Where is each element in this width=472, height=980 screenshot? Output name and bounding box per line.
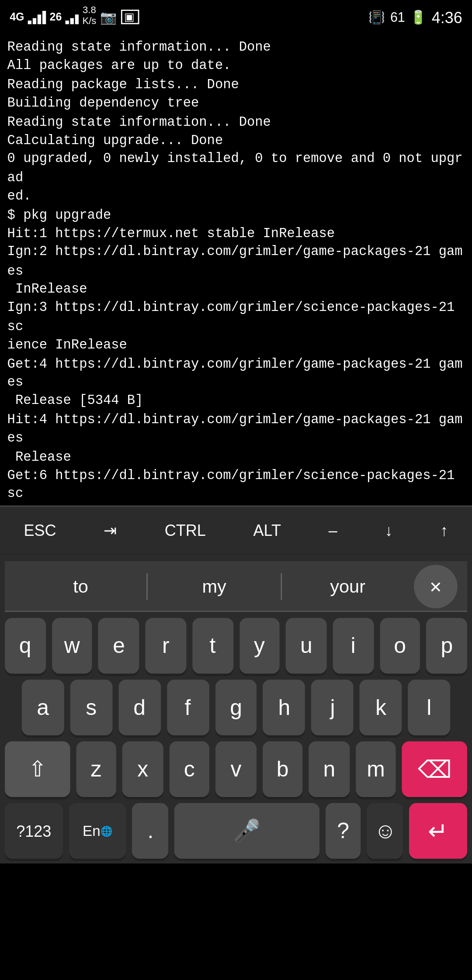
- key-i[interactable]: i: [333, 618, 373, 673]
- key-b[interactable]: b: [262, 742, 303, 797]
- time-display: 4:36: [432, 8, 462, 26]
- vibrate-icon: 📳: [368, 9, 385, 25]
- screen-record-icon: ▣: [121, 10, 139, 24]
- terminal-line: InRelease: [7, 281, 465, 300]
- key-c[interactable]: c: [169, 742, 210, 797]
- key-f[interactable]: f: [167, 680, 209, 735]
- battery-text: 61: [390, 10, 405, 24]
- key-z[interactable]: z: [76, 742, 116, 797]
- terminal-line: All packages are up to date.: [7, 57, 465, 76]
- key-period[interactable]: .: [132, 803, 169, 859]
- terminal-line: Get:6 https://dl.bintray.com/grimler/sci…: [7, 467, 465, 504]
- key-d[interactable]: d: [118, 680, 161, 735]
- terminal-line: Release: [7, 448, 465, 467]
- key-esc[interactable]: ESC: [14, 516, 66, 544]
- keyboard: to my your ✕ q w e r t y u i o p a s d f…: [0, 554, 472, 863]
- terminal-line: Building dependency tree: [7, 94, 465, 113]
- terminal-line: Reading package lists... Done: [7, 76, 465, 95]
- key-arrow-down[interactable]: ↓: [375, 516, 403, 544]
- key-a[interactable]: a: [22, 680, 64, 735]
- key-y[interactable]: y: [239, 618, 280, 673]
- key-g[interactable]: g: [215, 680, 257, 735]
- keyboard-row-2: a s d f g h j k l: [5, 680, 467, 735]
- extra-keys-row: ESC ⇥ CTRL ALT – ↓ ↑: [0, 506, 472, 554]
- terminal-line: $ pkg upgrade: [7, 206, 465, 225]
- key-q[interactable]: q: [5, 618, 45, 673]
- key-o[interactable]: o: [379, 618, 420, 673]
- terminal-line: 0 upgraded, 0 newly installed, 0 to remo…: [7, 150, 465, 187]
- terminal-line: Calculating upgrade... Done: [7, 132, 465, 151]
- signal-bars-2: [66, 10, 79, 24]
- terminal-line: ience InRelease: [7, 337, 465, 355]
- suggestion-my[interactable]: my: [148, 569, 281, 604]
- keyboard-row-3: ⇧ z x c v b n m ⌫: [5, 742, 467, 797]
- key-m[interactable]: m: [356, 742, 396, 797]
- key-dash[interactable]: –: [319, 516, 347, 544]
- keyboard-row-1: q w e r t y u i o p: [5, 618, 467, 673]
- key-n[interactable]: n: [309, 742, 350, 797]
- key-language[interactable]: En🌐: [69, 803, 126, 859]
- suggestion-your[interactable]: your: [281, 569, 414, 604]
- key-v[interactable]: v: [216, 742, 257, 797]
- key-space[interactable]: 🎤: [175, 803, 319, 859]
- key-w[interactable]: w: [52, 618, 92, 673]
- key-r[interactable]: r: [146, 618, 186, 673]
- network-indicator: 4G: [10, 11, 24, 23]
- keyboard-row-4: ?123 En🌐 . 🎤 ? ☺ ↵: [5, 803, 467, 859]
- terminal-line: Reading state information... Done: [7, 113, 465, 132]
- key-numbers[interactable]: ?123: [5, 803, 62, 859]
- status-left: 4G 26 3.8K/s 📷 ▣: [10, 6, 139, 28]
- key-emoji[interactable]: ☺: [367, 803, 403, 859]
- signal-bars: [28, 10, 46, 24]
- terminal-line: Reading state information... Done: [7, 39, 465, 58]
- key-h[interactable]: h: [263, 680, 305, 735]
- status-bar: 4G 26 3.8K/s 📷 ▣ 📳 61 🔋 4:36: [0, 0, 472, 34]
- key-enter[interactable]: ↵: [410, 803, 467, 859]
- mic-icon: 🎤: [233, 818, 260, 844]
- key-l[interactable]: l: [408, 680, 451, 735]
- key-j[interactable]: j: [312, 680, 354, 735]
- terminal-line: Ign:2 https://dl.bintray.com/grimler/gam…: [7, 243, 465, 280]
- terminal-line: Ign:3 https://dl.bintray.com/grimler/sci…: [7, 299, 465, 336]
- key-ctrl[interactable]: CTRL: [155, 516, 215, 544]
- delete-icon: ✕: [430, 574, 442, 598]
- data-speed: 3.8K/s: [82, 6, 96, 28]
- key-shift[interactable]: ⇧: [5, 742, 70, 797]
- key-alt[interactable]: ALT: [243, 516, 291, 544]
- key-x[interactable]: x: [122, 742, 163, 797]
- terminal-line: ed.: [7, 188, 465, 207]
- status-right: 📳 61 🔋 4:36: [368, 8, 462, 26]
- key-p[interactable]: p: [427, 618, 467, 673]
- terminal-line: Hit:1 https://termux.net stable InReleas…: [7, 225, 465, 244]
- terminal-line: Get:4 https://dl.bintray.com/grimler/gam…: [7, 355, 465, 392]
- network2-indicator: 26: [50, 11, 62, 23]
- suggestion-delete-button[interactable]: ✕: [414, 564, 458, 608]
- video-icon: 📷: [100, 9, 117, 25]
- key-tab[interactable]: ⇥: [94, 516, 127, 544]
- key-k[interactable]: k: [360, 680, 402, 735]
- key-e[interactable]: e: [98, 618, 139, 673]
- key-question-mark[interactable]: ?: [325, 803, 361, 859]
- battery-icon: 🔋: [410, 9, 427, 25]
- terminal-line: Release [5344 B]: [7, 392, 465, 411]
- terminal[interactable]: Reading state information... DoneAll pac…: [0, 34, 472, 506]
- terminal-line: Hit:4 https://dl.bintray.com/grimler/gam…: [7, 411, 465, 448]
- key-backspace[interactable]: ⌫: [402, 742, 467, 797]
- key-arrow-up[interactable]: ↑: [430, 516, 458, 544]
- key-t[interactable]: t: [192, 618, 233, 673]
- suggestions-bar: to my your ✕: [5, 561, 467, 612]
- key-s[interactable]: s: [70, 680, 112, 735]
- key-u[interactable]: u: [286, 618, 326, 673]
- suggestion-to[interactable]: to: [14, 569, 147, 604]
